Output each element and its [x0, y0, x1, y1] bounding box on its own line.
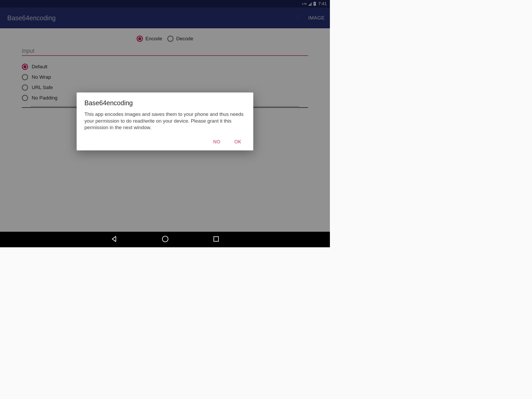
dialog-title: Base64encoding [84, 99, 245, 107]
dialog-message: This app encodes images and saves them t… [84, 111, 245, 131]
back-icon[interactable] [111, 236, 117, 243]
svg-rect-3 [214, 237, 218, 241]
navigation-bar [0, 232, 330, 247]
svg-point-2 [162, 236, 168, 242]
dialog-actions: NO OK [84, 137, 245, 147]
no-button[interactable]: NO [212, 137, 221, 147]
ok-button[interactable]: OK [233, 137, 242, 147]
recent-icon[interactable] [213, 236, 219, 243]
permission-dialog: Base64encoding This app encodes images a… [77, 92, 253, 150]
home-icon[interactable] [162, 235, 169, 244]
